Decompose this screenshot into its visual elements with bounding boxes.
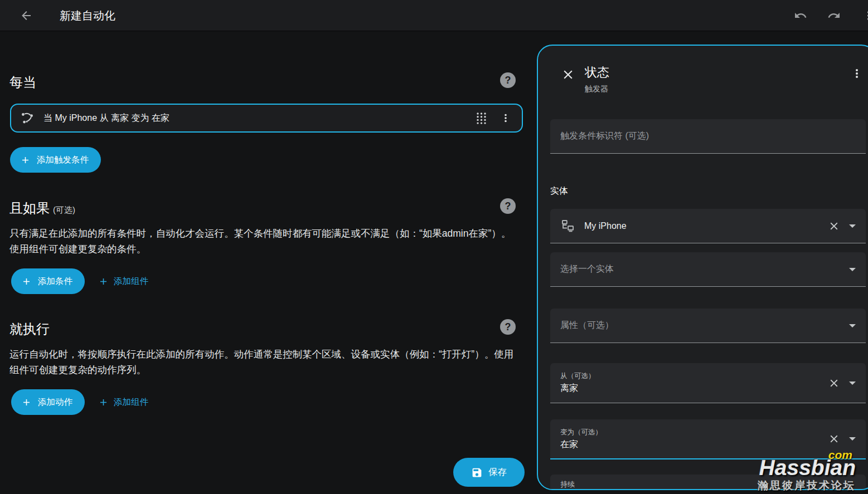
plus-icon bbox=[98, 397, 109, 408]
conditions-heading: 且如果(可选) bbox=[9, 199, 75, 217]
trigger-summary: 当 My iPhone 从 离家 变为 在家 bbox=[43, 113, 473, 124]
add-condition-label: 添加条件 bbox=[38, 276, 72, 287]
dropdown-caret-icon[interactable] bbox=[849, 268, 856, 271]
trigger-id-input[interactable]: 触发条件标识符 (可选) bbox=[550, 119, 866, 154]
close-icon[interactable] bbox=[560, 67, 576, 82]
duration-input[interactable]: 持续 bbox=[550, 475, 866, 490]
entity-picker[interactable]: 选择一个实体 bbox=[550, 252, 866, 287]
dropdown-caret-icon[interactable] bbox=[849, 224, 856, 228]
plus-icon bbox=[98, 276, 109, 287]
dropdown-caret-icon[interactable] bbox=[849, 324, 856, 327]
add-trigger-label: 添加触发条件 bbox=[37, 154, 89, 166]
back-arrow-icon[interactable] bbox=[18, 8, 34, 23]
add-building-block-link[interactable]: 添加组件 bbox=[98, 268, 148, 294]
to-value: 在家 bbox=[560, 439, 821, 451]
state-trigger-icon bbox=[20, 111, 35, 125]
help-glyph: ? bbox=[505, 200, 511, 212]
add-building-block-label: 添加组件 bbox=[114, 276, 148, 287]
from-state-select[interactable]: 从（可选） 离家 bbox=[550, 363, 866, 403]
save-floppy-icon bbox=[471, 467, 483, 478]
help-icon[interactable]: ? bbox=[500, 72, 516, 88]
actions-heading-text: 就执行 bbox=[9, 321, 50, 336]
add-action-label: 添加动作 bbox=[38, 397, 72, 408]
add-action-button[interactable]: 添加动作 bbox=[11, 389, 85, 415]
plus-icon bbox=[21, 276, 32, 287]
to-label: 变为（可选） bbox=[560, 428, 821, 437]
panel-title: 状态 bbox=[585, 64, 609, 81]
from-label: 从（可选） bbox=[560, 371, 821, 381]
panel-kebab-menu-icon[interactable] bbox=[849, 66, 865, 81]
trigger-editor-panel: 状态 触发器 触发条件标识符 (可选) 实体 My iPhone bbox=[537, 45, 868, 490]
triggers-heading-text: 每当 bbox=[9, 75, 36, 90]
actions-heading: 就执行 bbox=[9, 320, 50, 338]
kebab-menu-icon[interactable] bbox=[861, 8, 868, 23]
clear-x-icon[interactable] bbox=[828, 220, 840, 232]
attribute-placeholder: 属性（可选） bbox=[560, 320, 842, 331]
help-icon[interactable]: ? bbox=[500, 319, 516, 335]
clear-x-icon[interactable] bbox=[828, 377, 840, 389]
to-state-select[interactable]: 变为（可选） 在家 bbox=[550, 419, 866, 459]
add-building-block-link[interactable]: 添加组件 bbox=[98, 389, 148, 415]
clear-x-icon[interactable] bbox=[828, 433, 840, 445]
add-trigger-button[interactable]: 添加触发条件 bbox=[10, 147, 101, 173]
app-header: 新建自动化 bbox=[0, 0, 868, 31]
add-condition-button[interactable]: 添加条件 bbox=[11, 268, 85, 294]
redo-icon[interactable] bbox=[826, 8, 842, 23]
triggers-heading: 每当 bbox=[9, 74, 36, 91]
help-glyph: ? bbox=[505, 321, 511, 333]
undo-icon[interactable] bbox=[793, 8, 808, 23]
conditions-heading-text: 且如果 bbox=[9, 200, 50, 216]
trigger-card[interactable]: 当 My iPhone 从 离家 变为 在家 bbox=[10, 104, 523, 133]
plus-icon bbox=[21, 397, 32, 408]
trigger-id-placeholder: 触发条件标识符 (可选) bbox=[560, 130, 649, 142]
entity-picker-placeholder: 选择一个实体 bbox=[560, 263, 842, 275]
entity-section-label: 实体 bbox=[550, 185, 568, 197]
drag-handle-icon[interactable] bbox=[473, 110, 489, 126]
actions-description: 运行自动化时，将按顺序执行在此添加的所有动作。动作通常是控制某个区域、设备或实体… bbox=[9, 346, 520, 378]
entity-combobox[interactable]: My iPhone bbox=[550, 209, 866, 243]
dropdown-caret-icon[interactable] bbox=[849, 381, 856, 385]
trigger-kebab-menu-icon[interactable] bbox=[497, 110, 514, 126]
dropdown-caret-icon[interactable] bbox=[849, 437, 856, 441]
save-label: 保存 bbox=[488, 466, 507, 478]
duration-label: 持续 bbox=[560, 480, 575, 490]
entity-value: My iPhone bbox=[584, 221, 821, 231]
help-glyph: ? bbox=[505, 75, 511, 86]
page-title: 新建自动化 bbox=[60, 0, 115, 31]
save-button[interactable]: 保存 bbox=[453, 458, 525, 487]
plus-icon bbox=[20, 155, 31, 165]
add-building-block-label: 添加组件 bbox=[114, 397, 148, 408]
conditions-optional-label: (可选) bbox=[53, 205, 75, 214]
devices-icon bbox=[560, 218, 575, 233]
from-value: 离家 bbox=[560, 383, 821, 394]
panel-subtitle: 触发器 bbox=[585, 84, 608, 94]
attribute-select[interactable]: 属性（可选） bbox=[550, 309, 866, 343]
help-icon[interactable]: ? bbox=[500, 198, 516, 214]
conditions-description: 只有满足在此添加的所有条件时，自动化才会运行。某个条件随时都有可能满足或不满足（… bbox=[9, 226, 520, 257]
